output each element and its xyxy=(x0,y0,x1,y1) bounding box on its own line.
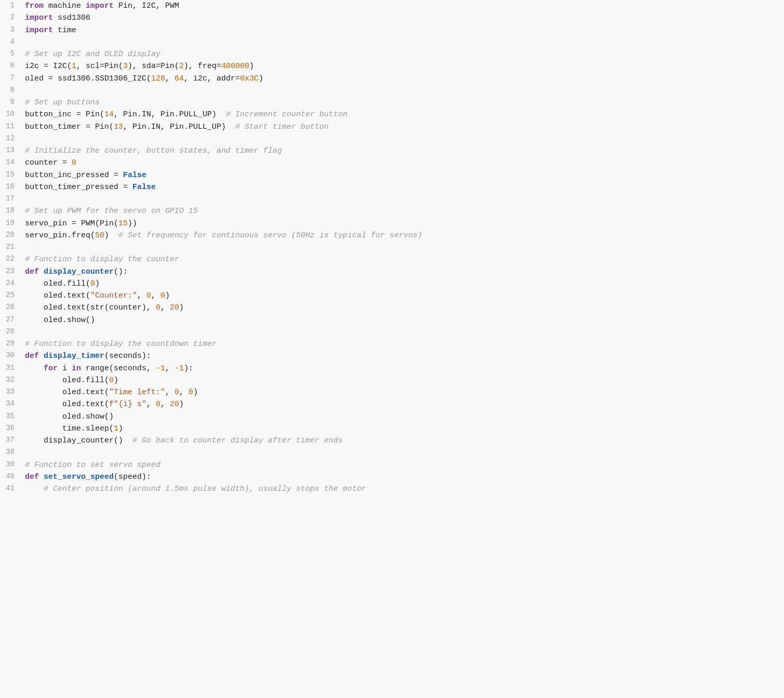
line-code: from machine import Pin, I2C, PWM xyxy=(21,0,784,12)
table-row: 39# Function to set servo speed xyxy=(0,459,784,471)
line-code: import time xyxy=(21,24,784,36)
table-row: 33 oled.text("Time left:", 0, 0) xyxy=(0,386,784,398)
line-number: 3 xyxy=(0,24,21,36)
line-code: servo_pin = PWM(Pin(15)) xyxy=(21,218,784,230)
line-code: # Set up buttons xyxy=(21,97,784,109)
table-row: 16button_timer_pressed = False xyxy=(0,181,784,193)
table-row: 11button_timer = Pin(13, Pin.IN, Pin.PUL… xyxy=(0,121,784,133)
line-number: 29 xyxy=(0,338,21,350)
line-number: 7 xyxy=(0,73,21,85)
table-row: 25 oled.text("Counter:", 0, 0) xyxy=(0,290,784,302)
line-number: 20 xyxy=(0,230,21,241)
table-row: 17 xyxy=(0,193,784,205)
table-row: 2import ssd1306 xyxy=(0,12,784,24)
table-row: 18# Set up PWM for the servo on GPIO 15 xyxy=(0,205,784,217)
line-code xyxy=(21,447,784,459)
line-number: 22 xyxy=(0,253,21,265)
line-number: 37 xyxy=(0,435,21,447)
line-number: 41 xyxy=(0,483,21,495)
table-row: 1from machine import Pin, I2C, PWM xyxy=(0,0,784,12)
line-code: def display_timer(seconds): xyxy=(21,350,784,362)
table-row: 34 oled.text(f"{i} s", 0, 20) xyxy=(0,398,784,410)
table-row: 41 # Center position (around 1.5ms pulse… xyxy=(0,483,784,495)
line-code: oled.show() xyxy=(21,314,784,326)
line-number: 38 xyxy=(0,447,21,459)
line-code: # Initialize the counter, button states,… xyxy=(21,145,784,157)
line-code: button_timer = Pin(13, Pin.IN, Pin.PULL_… xyxy=(21,121,784,133)
line-number: 34 xyxy=(0,398,21,410)
line-number: 15 xyxy=(0,169,21,181)
line-code xyxy=(21,36,784,48)
line-code: oled.text(f"{i} s", 0, 20) xyxy=(21,398,784,410)
table-row: 22# Function to display the counter xyxy=(0,253,784,265)
line-number: 9 xyxy=(0,97,21,109)
table-row: 24 oled.fill(0) xyxy=(0,278,784,290)
line-code: counter = 0 xyxy=(21,157,784,169)
line-number: 18 xyxy=(0,205,21,217)
line-number: 8 xyxy=(0,85,21,97)
line-number: 17 xyxy=(0,193,21,205)
line-code: # Center position (around 1.5ms pulse wi… xyxy=(21,483,784,495)
line-code xyxy=(21,133,784,145)
line-code: # Function to display the counter xyxy=(21,253,784,265)
table-row: 31 for i in range(seconds, -1, -1): xyxy=(0,363,784,374)
line-number: 28 xyxy=(0,326,21,338)
table-row: 12 xyxy=(0,133,784,145)
line-code: oled.fill(0) xyxy=(21,278,784,290)
table-row: 3import time xyxy=(0,24,784,36)
line-code: def display_counter(): xyxy=(21,266,784,278)
table-row: 15button_inc_pressed = False xyxy=(0,169,784,181)
table-row: 28 xyxy=(0,326,784,338)
line-code: oled.text("Time left:", 0, 0) xyxy=(21,386,784,398)
table-row: 26 oled.text(str(counter), 0, 20) xyxy=(0,302,784,314)
table-row: 14counter = 0 xyxy=(0,157,784,169)
line-number: 23 xyxy=(0,266,21,278)
table-row: 10button_inc = Pin(14, Pin.IN, Pin.PULL_… xyxy=(0,109,784,120)
table-row: 7oled = ssd1306.SSD1306_I2C(128, 64, i2c… xyxy=(0,73,784,85)
line-number: 26 xyxy=(0,302,21,314)
line-number: 24 xyxy=(0,278,21,290)
line-code: def set_servo_speed(speed): xyxy=(21,471,784,483)
line-code xyxy=(21,241,784,253)
table-row: 4 xyxy=(0,36,784,48)
code-table: 1from machine import Pin, I2C, PWM2impor… xyxy=(0,0,784,495)
table-row: 20servo_pin.freq(50) # Set frequency for… xyxy=(0,230,784,241)
line-code: oled.fill(0) xyxy=(21,374,784,386)
line-number: 5 xyxy=(0,48,21,60)
line-code: oled.text(str(counter), 0, 20) xyxy=(21,302,784,314)
table-row: 5# Set up I2C and OLED display xyxy=(0,48,784,60)
line-number: 12 xyxy=(0,133,21,145)
line-number: 30 xyxy=(0,350,21,362)
line-number: 4 xyxy=(0,36,21,48)
line-code: button_inc_pressed = False xyxy=(21,169,784,181)
line-number: 35 xyxy=(0,411,21,423)
line-code xyxy=(21,326,784,338)
line-number: 6 xyxy=(0,60,21,72)
table-row: 9# Set up buttons xyxy=(0,97,784,109)
line-number: 13 xyxy=(0,145,21,157)
table-row: 19servo_pin = PWM(Pin(15)) xyxy=(0,218,784,230)
table-row: 40def set_servo_speed(speed): xyxy=(0,471,784,483)
table-row: 21 xyxy=(0,241,784,253)
line-number: 27 xyxy=(0,314,21,326)
line-code: # Function to set servo speed xyxy=(21,459,784,471)
line-number: 32 xyxy=(0,374,21,386)
line-code: time.sleep(1) xyxy=(21,423,784,435)
table-row: 13# Initialize the counter, button state… xyxy=(0,145,784,157)
code-editor: 1from machine import Pin, I2C, PWM2impor… xyxy=(0,0,784,698)
table-row: 23def display_counter(): xyxy=(0,266,784,278)
table-row: 8 xyxy=(0,85,784,97)
table-row: 38 xyxy=(0,447,784,459)
line-number: 16 xyxy=(0,181,21,193)
line-code xyxy=(21,193,784,205)
table-row: 37 display_counter() # Go back to counte… xyxy=(0,435,784,447)
line-number: 36 xyxy=(0,423,21,435)
line-number: 1 xyxy=(0,0,21,12)
table-row: 30def display_timer(seconds): xyxy=(0,350,784,362)
line-code: servo_pin.freq(50) # Set frequency for c… xyxy=(21,230,784,241)
line-code: # Function to display the countdown time… xyxy=(21,338,784,350)
line-number: 21 xyxy=(0,241,21,253)
line-code xyxy=(21,85,784,97)
line-code: oled.text("Counter:", 0, 0) xyxy=(21,290,784,302)
table-row: 35 oled.show() xyxy=(0,411,784,423)
